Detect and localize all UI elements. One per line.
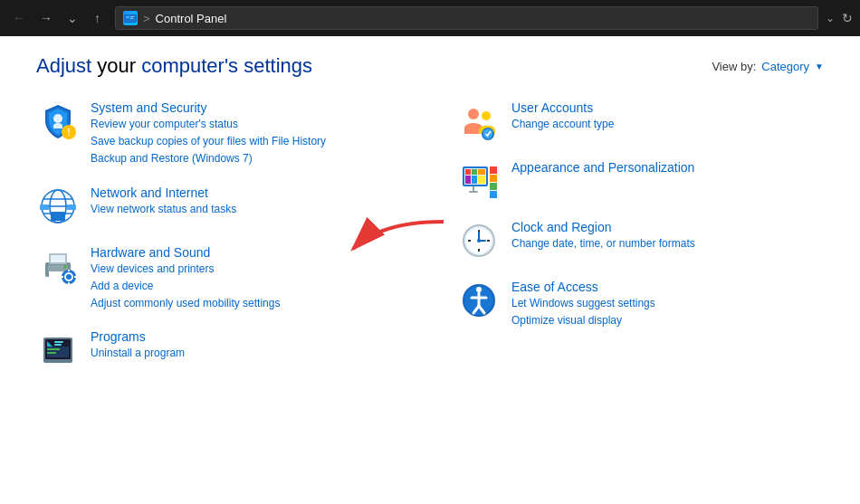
svg-rect-41 — [472, 169, 477, 175]
svg-rect-47 — [469, 191, 478, 193]
link-uninstall[interactable]: Uninstall a program — [91, 345, 403, 362]
appearance-title[interactable]: Appearance and Personalization — [511, 160, 694, 175]
user-accounts-title[interactable]: User Accounts — [511, 100, 593, 115]
svg-rect-45 — [478, 176, 485, 184]
svg-text:!: ! — [67, 128, 70, 138]
clock-title[interactable]: Clock and Region — [511, 220, 612, 234]
svg-rect-15 — [67, 204, 76, 210]
svg-point-61 — [477, 239, 481, 242]
category-users: User Accounts Change account type — [457, 100, 824, 143]
address-text: Control Panel — [156, 12, 227, 25]
category-programs: Programs Uninstall a program — [36, 328, 403, 372]
programs-text: Programs Uninstall a program — [91, 328, 403, 362]
system-security-title[interactable]: System and Security — [91, 100, 206, 115]
refresh-button[interactable]: ↻ — [842, 11, 853, 25]
svg-rect-49 — [490, 175, 497, 182]
address-bar[interactable]: > Control Panel — [115, 6, 818, 30]
ease-access-icon — [457, 279, 501, 322]
left-column: ! System and Security Review your comput… — [36, 100, 403, 388]
hardware-text: Hardware and Sound View devices and prin… — [91, 244, 403, 313]
svg-rect-46 — [473, 186, 474, 191]
ease-text: Ease of Access Let Windows suggest setti… — [511, 279, 824, 329]
hardware-title[interactable]: Hardware and Sound — [91, 245, 210, 260]
view-by-arrow[interactable]: ▼ — [815, 62, 824, 71]
svg-rect-50 — [490, 183, 497, 190]
svg-rect-48 — [490, 166, 497, 174]
clock-text: Clock and Region Change date, time, or n… — [511, 219, 824, 252]
svg-rect-2 — [126, 16, 129, 18]
svg-point-64 — [476, 287, 482, 292]
link-visual-display[interactable]: Optimize visual display — [511, 312, 824, 329]
category-hardware: Hardware and Sound View devices and prin… — [36, 244, 403, 313]
address-separator: > — [143, 12, 150, 25]
link-suggest-settings[interactable]: Let Windows suggest settings — [511, 295, 824, 312]
link-date-time[interactable]: Change date, time, or number formats — [511, 235, 824, 252]
link-mobility-settings[interactable]: Adjust commonly used mobility settings — [91, 295, 403, 312]
link-file-history[interactable]: Save backup copies of your files with Fi… — [91, 133, 403, 150]
user-accounts-text: User Accounts Change account type — [511, 100, 824, 133]
view-by-label: View by: — [712, 60, 756, 73]
svg-rect-33 — [47, 348, 60, 350]
network-title[interactable]: Network and Internet — [91, 185, 208, 200]
main-content: Adjust your computer's settings View by:… — [0, 36, 860, 504]
right-column: User Accounts Change account type — [457, 100, 824, 388]
forward-button[interactable]: → — [34, 7, 58, 29]
system-security-text: System and Security Review your computer… — [91, 100, 403, 168]
appearance-icon — [457, 159, 501, 203]
category-appearance: Appearance and Personalization — [457, 159, 824, 203]
network-icon — [36, 185, 80, 228]
svg-point-5 — [53, 114, 62, 123]
svg-point-36 — [482, 111, 491, 120]
svg-rect-31 — [54, 341, 63, 343]
svg-point-35 — [468, 109, 479, 119]
user-accounts-icon — [457, 100, 501, 143]
title-adjust: Adjust — [36, 54, 91, 77]
svg-rect-32 — [54, 344, 62, 346]
svg-rect-34 — [47, 352, 56, 354]
programs-title[interactable]: Programs — [91, 329, 146, 344]
view-by-dropdown[interactable]: Category — [761, 60, 809, 73]
titlebar-right: ⌄ ↻ — [826, 11, 853, 25]
svg-rect-4 — [130, 18, 133, 19]
link-backup-restore[interactable]: Backup and Restore (Windows 7) — [91, 150, 403, 167]
nav-buttons: ← → ⌄ ↑ — [7, 7, 108, 29]
link-view-devices[interactable]: View devices and printers — [91, 261, 403, 278]
clock-icon — [457, 219, 501, 262]
link-add-device[interactable]: Add a device — [91, 278, 403, 295]
system-security-icon: ! — [36, 100, 80, 143]
title-your: your — [91, 54, 136, 77]
appearance-text: Appearance and Personalization — [511, 159, 824, 176]
back-button[interactable]: ← — [7, 7, 31, 29]
svg-rect-14 — [40, 204, 49, 210]
ease-title[interactable]: Ease of Access — [511, 280, 598, 294]
address-icon — [123, 11, 138, 25]
network-text: Network and Internet View network status… — [91, 185, 403, 218]
categories-grid: ! System and Security Review your comput… — [36, 100, 824, 388]
svg-rect-42 — [478, 169, 485, 175]
svg-rect-51 — [490, 191, 497, 198]
link-network-status[interactable]: View network status and tasks — [91, 201, 403, 218]
svg-rect-40 — [465, 169, 471, 175]
view-by: View by: Category ▼ — [712, 60, 824, 73]
category-system-security: ! System and Security Review your comput… — [36, 100, 403, 168]
category-network: Network and Internet View network status… — [36, 185, 403, 228]
programs-icon — [36, 328, 80, 372]
page-header: Adjust your computer's settings View by:… — [36, 54, 824, 78]
category-clock: Clock and Region Change date, time, or n… — [457, 219, 824, 262]
svg-rect-43 — [465, 176, 471, 184]
search-dropdown[interactable]: ⌄ — [826, 12, 835, 24]
page-title: Adjust your computer's settings — [36, 54, 312, 78]
recent-button[interactable]: ⌄ — [62, 7, 83, 29]
title-rest: computer's settings — [136, 54, 312, 77]
link-change-account[interactable]: Change account type — [511, 116, 824, 133]
svg-rect-19 — [51, 255, 65, 262]
category-ease: Ease of Access Let Windows suggest setti… — [457, 279, 824, 329]
up-button[interactable]: ↑ — [87, 7, 108, 29]
svg-rect-44 — [472, 176, 477, 184]
svg-point-21 — [63, 265, 67, 269]
titlebar: ← → ⌄ ↑ > Control Panel ⌄ ↻ — [0, 0, 860, 36]
svg-point-22 — [62, 270, 76, 284]
hardware-icon — [36, 244, 80, 288]
svg-rect-13 — [51, 212, 65, 221]
link-review-status[interactable]: Review your computer's status — [91, 116, 403, 133]
